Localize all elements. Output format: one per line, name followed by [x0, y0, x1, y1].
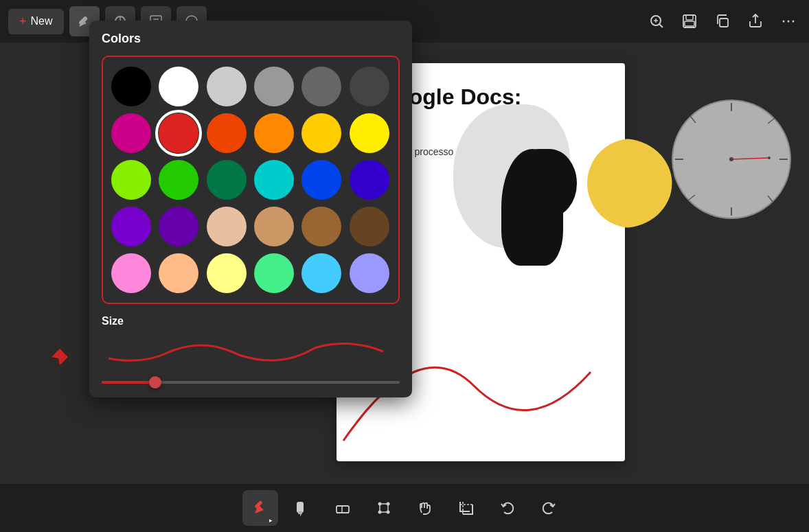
- colors-grid-wrapper: [102, 56, 400, 304]
- hand-icon: [416, 499, 434, 517]
- black-figure-arm: [522, 149, 577, 218]
- color-swatch-dark-blue[interactable]: [350, 160, 389, 200]
- hand-tool-button[interactable]: [407, 490, 443, 526]
- svg-rect-16: [720, 19, 728, 27]
- undo-button[interactable]: [490, 490, 525, 526]
- share-icon: [747, 13, 764, 30]
- color-swatch-yellow-orange[interactable]: [301, 113, 341, 153]
- color-swatch-sky-blue[interactable]: [301, 253, 341, 293]
- color-swatch-green[interactable]: [159, 160, 198, 200]
- size-slider-thumb[interactable]: [149, 376, 161, 389]
- svg-marker-37: [300, 514, 301, 517]
- crop-tool-button[interactable]: [448, 490, 484, 526]
- save-button[interactable]: [677, 9, 702, 34]
- zoom-button[interactable]: [644, 9, 669, 34]
- marker-icon: [293, 499, 310, 517]
- eraser-tool-button[interactable]: [325, 490, 361, 526]
- color-swatch-orange[interactable]: [254, 113, 294, 153]
- color-swatch-gray-1[interactable]: [254, 67, 294, 106]
- size-slider-fill: [102, 381, 155, 384]
- svg-line-10: [659, 24, 663, 27]
- lasso-tool-button[interactable]: [366, 490, 402, 526]
- color-swatch-purple-2[interactable]: [159, 207, 198, 246]
- svg-rect-35: [297, 502, 304, 513]
- new-label: New: [31, 15, 53, 27]
- pen-tool-button[interactable]: ▸: [242, 490, 278, 526]
- color-swatch-magenta[interactable]: [111, 113, 151, 153]
- color-swatch-cyan[interactable]: [254, 160, 294, 200]
- zoom-icon: [648, 13, 665, 30]
- color-swatch-gray-2[interactable]: [301, 67, 341, 106]
- color-swatch-purple-1[interactable]: [111, 207, 151, 246]
- colors-grid: [111, 67, 390, 293]
- size-title: Size: [102, 315, 400, 327]
- color-swatch-dark-brown[interactable]: [350, 207, 389, 246]
- svg-rect-36: [298, 511, 302, 514]
- save-icon: [681, 13, 698, 30]
- color-swatch-mint[interactable]: [254, 253, 294, 293]
- redo-button[interactable]: [531, 490, 567, 526]
- pen-icon: [251, 499, 269, 517]
- undo-icon: [499, 499, 516, 517]
- color-swatch-red[interactable]: [159, 113, 198, 153]
- colors-popup: Colors Size: [89, 21, 412, 397]
- yellow-shape: [587, 139, 676, 228]
- size-preview: [102, 334, 390, 369]
- svg-point-32: [768, 157, 771, 159]
- color-swatch-white[interactable]: [159, 67, 198, 106]
- svg-rect-14: [686, 15, 693, 20]
- svg-point-20: [793, 21, 795, 23]
- colors-title: Colors: [102, 32, 400, 46]
- color-swatch-black[interactable]: [111, 67, 151, 106]
- share-button[interactable]: [743, 9, 768, 34]
- color-swatch-yellow-light[interactable]: [207, 253, 247, 293]
- color-swatch-brown[interactable]: [301, 207, 341, 246]
- color-swatch-yellow[interactable]: [350, 113, 389, 153]
- bottom-toolbar: ▸: [0, 484, 809, 532]
- color-swatch-tan[interactable]: [207, 207, 247, 246]
- clock-shape: [670, 97, 793, 221]
- svg-rect-38: [337, 506, 349, 513]
- color-swatch-lavender[interactable]: [350, 253, 389, 293]
- lasso-icon: [375, 499, 393, 517]
- more-icon: [780, 13, 797, 30]
- color-swatch-brown-light[interactable]: [254, 207, 294, 246]
- header-right: [644, 9, 801, 34]
- color-swatch-pink-light[interactable]: [111, 253, 151, 293]
- svg-point-31: [729, 157, 733, 161]
- marker-tool-button[interactable]: [284, 490, 319, 526]
- red-arrow: [10, 345, 72, 406]
- color-swatch-dark-gray[interactable]: [350, 67, 389, 106]
- crop-icon: [457, 499, 475, 517]
- svg-point-19: [788, 21, 790, 23]
- more-button[interactable]: [776, 9, 801, 34]
- color-swatch-light-gray-1[interactable]: [207, 67, 247, 106]
- svg-point-18: [783, 21, 785, 23]
- copy-icon: [714, 13, 731, 30]
- color-swatch-blue[interactable]: [301, 160, 341, 200]
- color-swatch-orange-red[interactable]: [207, 113, 247, 153]
- plus-icon: +: [19, 14, 27, 29]
- new-button[interactable]: + New: [8, 9, 64, 34]
- svg-rect-15: [685, 21, 694, 26]
- cursor-indicator: ▸: [267, 517, 274, 524]
- copy-button[interactable]: [710, 9, 735, 34]
- svg-marker-33: [17, 349, 68, 400]
- eraser-icon: [334, 499, 352, 517]
- redo-icon: [540, 499, 558, 517]
- color-swatch-dark-green[interactable]: [207, 160, 247, 200]
- size-slider-track[interactable]: [102, 381, 400, 384]
- color-swatch-peach[interactable]: [159, 253, 198, 293]
- color-swatch-lime[interactable]: [111, 160, 151, 200]
